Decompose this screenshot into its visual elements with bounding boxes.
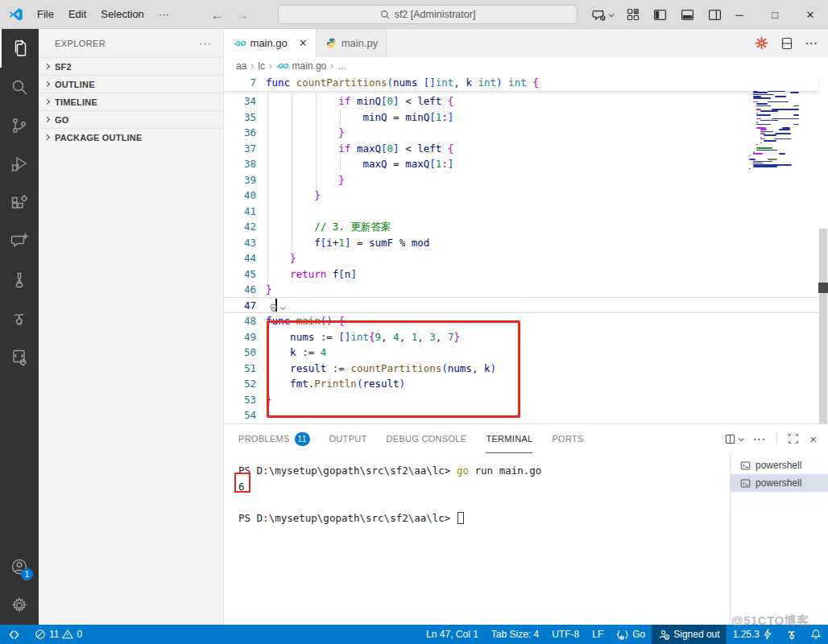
code-line-45[interactable]: 45return f[n] xyxy=(224,266,818,283)
code-line-35[interactable]: 35minQ = minQ[1:] xyxy=(224,109,818,126)
maximize-button[interactable]: □ xyxy=(757,0,793,29)
editor-more-actions-icon[interactable]: ··· xyxy=(805,37,818,49)
code-line-52[interactable]: 52fmt.Println(result) xyxy=(224,376,818,392)
task-config-icon[interactable] xyxy=(0,338,39,377)
toggle-secondary-sidebar-icon[interactable] xyxy=(708,8,722,22)
code-line-46[interactable]: 46} xyxy=(224,282,818,298)
sidebar-section-package-outline[interactable]: PACKAGE OUTLINE xyxy=(39,128,223,146)
sidebar-more-actions[interactable]: ··· xyxy=(199,37,212,49)
settings-gear-icon[interactable] xyxy=(0,586,39,625)
code-line-54[interactable]: 54 xyxy=(224,407,818,423)
panel-more-actions-icon[interactable]: ··· xyxy=(753,433,766,445)
copilot-menu-icon[interactable] xyxy=(592,8,613,22)
menu-edit[interactable]: Edit xyxy=(61,0,93,29)
code-line-34[interactable]: 34if minQ[0] < left { xyxy=(224,93,818,109)
minimap[interactable] xyxy=(749,77,801,174)
breadcrumb-item[interactable]: aa xyxy=(236,60,246,72)
extension-run-icon[interactable] xyxy=(755,36,768,50)
vscode-logo-icon xyxy=(9,7,23,22)
code-line-43[interactable]: 43f[i+1] = sumF % mod xyxy=(224,235,818,251)
maximize-panel-icon[interactable] xyxy=(788,433,799,444)
source-control-icon[interactable] xyxy=(0,106,39,145)
panel-tab-terminal[interactable]: TERMINAL xyxy=(486,424,532,453)
sidebar-section-go[interactable]: GO xyxy=(39,110,223,128)
tab-main-py[interactable]: main.py xyxy=(317,29,387,57)
breadcrumb-item[interactable]: lc xyxy=(258,60,265,72)
vscode-window: FileEditSelection··· ← → sf2 [Administra… xyxy=(0,0,828,644)
menu-[interactable]: ··· xyxy=(151,0,176,29)
panel-tab-debug-console[interactable]: DEBUG CONSOLE xyxy=(387,424,467,453)
toggle-panel-icon[interactable] xyxy=(681,8,694,22)
terminal-list-item[interactable]: powershell xyxy=(731,456,828,474)
code-editor[interactable]: 34if minQ[0] < left {35minQ = minQ[1:]36… xyxy=(224,75,828,423)
code-line-44[interactable]: 44} xyxy=(224,250,818,266)
account-icon[interactable]: 1 xyxy=(0,547,39,586)
status-language-go[interactable]: Go xyxy=(610,625,652,644)
testing-icon[interactable] xyxy=(0,261,39,299)
sidebar-section-sf2[interactable]: SF2 xyxy=(39,57,223,75)
status-notifications[interactable] xyxy=(804,625,828,644)
menu-selection[interactable]: Selection xyxy=(93,0,151,29)
extensions-icon[interactable] xyxy=(0,184,39,222)
tab-main-go[interactable]: -GOmain.go✕ xyxy=(224,29,317,57)
close-tab-icon[interactable]: ✕ xyxy=(299,37,308,49)
panel-tab-ports[interactable]: PORTS xyxy=(552,424,583,453)
breadcrumb-item[interactable]: main.go xyxy=(292,60,327,72)
status-cursor-position[interactable]: Ln 47, Col 1 xyxy=(420,625,485,644)
terminal-list-item[interactable]: powershell xyxy=(731,474,828,492)
scrollbar-thumb[interactable] xyxy=(819,229,827,423)
editor-scrollbar[interactable] xyxy=(818,75,828,423)
code-line-42[interactable]: 42// 3. 更新答案 xyxy=(224,219,818,235)
nav-forward-icon[interactable]: → xyxy=(236,8,248,22)
explorer-icon[interactable] xyxy=(0,29,39,68)
status-eol[interactable]: LF xyxy=(586,625,610,644)
chat-icon[interactable] xyxy=(0,222,39,261)
sticky-scroll-line[interactable]: 7func countPartitions(nums []int, k int)… xyxy=(224,75,818,91)
code-line-37[interactable]: 37if maxQ[0] < left { xyxy=(224,141,818,157)
breadcrumb-item[interactable]: ... xyxy=(337,60,346,72)
code-line-40[interactable]: 40} xyxy=(224,188,818,204)
sidebar-section-timeline[interactable]: TIMELINE xyxy=(39,93,223,110)
status-go-version[interactable]: 1.25.3 xyxy=(727,625,779,644)
code-line-48[interactable]: 48func main() { xyxy=(224,313,818,329)
line-number: 44 xyxy=(224,250,256,266)
split-editor-icon[interactable] xyxy=(780,37,793,50)
panel-tab-problems[interactable]: PROBLEMS11 xyxy=(238,424,310,453)
line-number: 45 xyxy=(224,266,256,283)
minimize-button[interactable]: ─ xyxy=(722,0,757,29)
remote-indicator[interactable] xyxy=(0,625,28,644)
close-button[interactable]: ✕ xyxy=(793,0,828,29)
customize-layout-icon[interactable] xyxy=(627,8,640,21)
code-line-41[interactable]: 41 xyxy=(224,204,818,220)
command-center-search[interactable]: sf2 [Administrator] xyxy=(278,5,578,24)
close-panel-icon[interactable]: × xyxy=(809,432,817,446)
powershell-icon xyxy=(740,460,751,471)
status-signed-out[interactable]: Signed out xyxy=(652,625,726,644)
terminal[interactable]: PS D:\mysetup\gopath\src\sf2\aa\lc> go r… xyxy=(224,453,730,625)
status-go-tools[interactable] xyxy=(779,625,804,644)
nav-back-icon[interactable]: ← xyxy=(211,8,223,22)
explorer-sidebar: EXPLORER ··· SF2OUTLINETIMELINEGOPACKAGE… xyxy=(39,29,224,625)
menu-file[interactable]: File xyxy=(30,0,61,29)
problems-status[interactable]: 110 xyxy=(28,625,89,644)
panel-tab-output[interactable]: OUTPUT xyxy=(329,424,367,453)
code-line-49[interactable]: 49nums := []int{9, 4, 1, 3, 7} xyxy=(224,329,818,345)
status-encoding[interactable]: UTF-8 xyxy=(545,625,586,644)
status-tab-size[interactable]: Tab Size: 4 xyxy=(485,625,545,644)
code-line-53[interactable]: 53} xyxy=(224,392,818,408)
code-line-50[interactable]: 50k := 4 xyxy=(224,345,818,361)
code-line-39[interactable]: 39} xyxy=(224,172,818,188)
code-line-38[interactable]: 38maxQ = maxQ[1:] xyxy=(224,156,818,172)
launch-profile-icon[interactable] xyxy=(724,433,743,445)
run-debug-icon[interactable] xyxy=(0,145,39,184)
code-line-36[interactable]: 36} xyxy=(224,125,818,141)
code-line-51[interactable]: 51result := countPartitions(nums, k) xyxy=(224,361,818,377)
search-icon[interactable] xyxy=(0,68,39,106)
line-number: 50 xyxy=(224,345,256,361)
breadcrumb[interactable]: aa›lc›-GOmain.go›... xyxy=(224,57,828,75)
run-test-gutter-icon[interactable] xyxy=(269,303,284,312)
sidebar-section-outline[interactable]: OUTLINE xyxy=(39,75,223,93)
go-icon[interactable] xyxy=(0,299,39,338)
line-number: 43 xyxy=(224,235,256,251)
toggle-primary-sidebar-icon[interactable] xyxy=(653,8,667,22)
